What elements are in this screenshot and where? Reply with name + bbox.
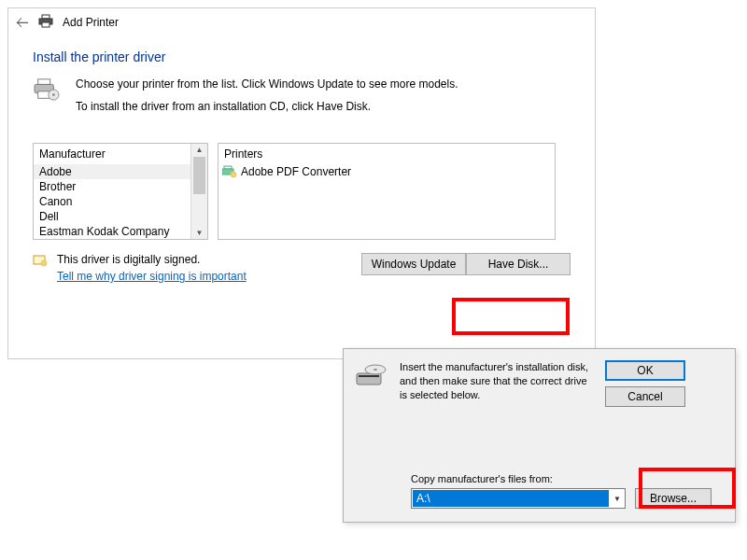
printers-header: Printers [218, 144, 555, 164]
svg-rect-13 [357, 373, 381, 385]
printer-item-label: Adobe PDF Converter [241, 165, 351, 178]
scroll-up-icon[interactable]: ▲ [196, 144, 204, 156]
list-item[interactable]: Adobe PDF Converter [218, 164, 555, 179]
svg-rect-3 [38, 79, 50, 85]
back-arrow-icon[interactable]: 🡠 [16, 15, 29, 30]
section-heading: Install the printer driver [33, 49, 571, 64]
windows-update-button[interactable]: Windows Update [361, 253, 466, 275]
printers-listbox[interactable]: Printers Adobe PDF Converter [218, 143, 556, 240]
svg-rect-2 [42, 22, 49, 27]
svg-rect-0 [42, 15, 49, 19]
list-item[interactable]: Canon [34, 194, 191, 209]
certificate-icon [33, 253, 48, 268]
copy-from-label: Copy manufacturer's files from: [411, 473, 722, 484]
svg-point-7 [52, 93, 55, 96]
printer-item-icon [222, 165, 237, 178]
instruction-text-2: To install the driver from an installati… [76, 100, 458, 113]
browse-button[interactable]: Browse... [635, 488, 712, 509]
list-item[interactable]: Adobe [34, 164, 191, 179]
path-combobox[interactable]: A:\ ▼ [411, 488, 626, 509]
svg-point-16 [374, 369, 377, 371]
list-item[interactable]: Dell [34, 209, 191, 224]
titlebar: 🡠 Add Printer [8, 8, 595, 40]
scrollbar[interactable]: ▲ ▼ [190, 144, 207, 239]
printer-icon [38, 14, 53, 31]
signing-info-link[interactable]: Tell me why driver signing is important [57, 270, 247, 283]
scroll-thumb[interactable] [193, 157, 205, 194]
list-item[interactable]: Eastman Kodak Company [34, 224, 191, 239]
sub-instruction-text: Insert the manufacturer's installation d… [400, 360, 592, 402]
cancel-button[interactable]: Cancel [605, 386, 685, 407]
svg-point-12 [41, 260, 47, 266]
ok-button[interactable]: OK [605, 360, 685, 381]
path-value[interactable]: A:\ [413, 490, 609, 507]
disk-icon [355, 360, 387, 392]
install-from-disk-dialog: Insert the manufacturer's installation d… [343, 348, 736, 523]
instruction-text-1: Choose your printer from the list. Click… [76, 77, 458, 91]
manufacturer-listbox[interactable]: Manufacturer Adobe Brother Canon Dell Ea… [33, 143, 208, 240]
manufacturer-header: Manufacturer [34, 144, 207, 164]
list-item[interactable]: Brother [34, 179, 191, 194]
have-disk-button[interactable]: Have Disk... [466, 253, 571, 275]
signed-status-text: This driver is digitally signed. [57, 253, 352, 266]
dialog-title: Add Printer [63, 16, 119, 29]
svg-point-10 [231, 172, 236, 177]
scroll-down-icon[interactable]: ▼ [196, 227, 204, 239]
driver-icon [33, 77, 61, 102]
add-printer-dialog: 🡠 Add Printer Install the printer driver… [7, 7, 596, 359]
chevron-down-icon[interactable]: ▼ [610, 489, 625, 508]
svg-rect-14 [359, 375, 379, 377]
